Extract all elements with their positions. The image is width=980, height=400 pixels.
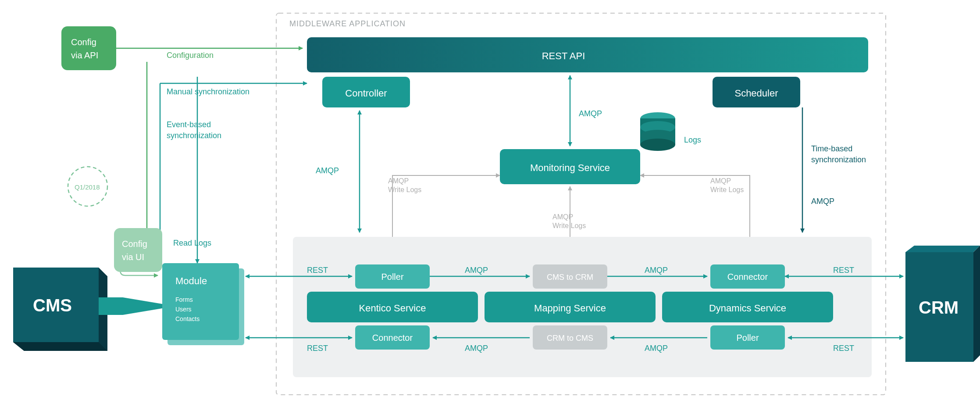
scheduler-text: Scheduler (734, 88, 778, 99)
svg-marker-18 (905, 246, 980, 252)
label-wl-d2: Write Logs (710, 186, 744, 193)
dynamics-connector-text: Connector (727, 272, 768, 282)
config-via-api-box: Config via API (61, 26, 116, 70)
module-l3: Contacts (175, 315, 200, 322)
svg-rect-0 (61, 26, 116, 70)
config-via-ui-box: Config via UI (114, 228, 162, 275)
cms-text: CMS (33, 296, 72, 315)
cms-to-crm-text: CMS to CRM (547, 273, 593, 282)
config-api-text2: via API (71, 50, 98, 60)
crm-to-cms-text: CRM to CMS (547, 334, 593, 343)
rest-api-bar (307, 37, 868, 72)
label-rest-cm: REST (307, 344, 328, 353)
label-amqp-pc2: AMQP (645, 344, 668, 353)
label-wl-d1: AMQP (710, 177, 731, 185)
label-amqp-cc2: AMQP (465, 344, 488, 353)
label-amqp-ctrl: AMQP (316, 166, 339, 175)
kentico-connector-text: Connector (372, 333, 413, 343)
label-wl-m2: Write Logs (552, 222, 586, 229)
controller-text: Controller (345, 88, 387, 99)
q1-2018-badge: Q1/2018 (68, 167, 107, 206)
module-l1: Forms (175, 296, 193, 303)
config-ui-text2: via UI (122, 252, 144, 262)
kentico-text: Kentico Service (359, 303, 426, 314)
label-wl-k1: AMQP (388, 177, 409, 185)
architecture-diagram: MIDDLEWARE APPLICATION Configuration Man… (0, 0, 980, 400)
logs-db-icon: Logs (640, 112, 701, 151)
label-event-sync2: synchronization (167, 131, 221, 140)
label-time-sync1: Time-based (811, 144, 852, 153)
svg-rect-8 (162, 263, 239, 340)
config-api-text1: Config (71, 37, 96, 47)
label-manual-sync: Manual synchronization (167, 87, 249, 96)
label-wl-k2: Write Logs (388, 186, 421, 193)
module-text: Module (175, 275, 207, 286)
svg-marker-6 (13, 342, 107, 351)
rest-api-text: REST API (542, 50, 585, 61)
middleware-header: MIDDLEWARE APPLICATION (289, 19, 406, 28)
label-rest-cp: REST (833, 344, 854, 353)
label-rest-mp: REST (307, 266, 328, 275)
badge-text: Q1/2018 (75, 183, 100, 191)
module-l2: Users (175, 306, 192, 313)
label-read-logs: Read Logs (173, 239, 211, 247)
label-event-sync1: Event-based (167, 120, 211, 129)
crm-text: CRM (919, 298, 959, 317)
svg-marker-19 (973, 246, 980, 362)
label-amqp-sched: AMQP (811, 197, 834, 206)
dynamics-poller-text: Poller (736, 333, 759, 343)
logs-text: Logs (684, 136, 701, 144)
label-wl-m1: AMQP (552, 213, 573, 221)
mapping-text: Mapping Service (534, 303, 606, 314)
kentico-poller-text: Poller (381, 272, 403, 282)
svg-rect-2 (114, 228, 162, 272)
label-time-sync2: synchronization (811, 155, 866, 164)
module-box: Module Forms Users Contacts (162, 263, 244, 345)
config-ui-text1: Config (122, 239, 147, 249)
cms-module-connector (99, 297, 162, 315)
label-rest-cc: REST (833, 266, 854, 275)
label-amqp-restmon: AMQP (579, 109, 602, 118)
monitoring-text: Monitoring Service (530, 162, 610, 173)
label-amqp-cc: AMQP (645, 266, 668, 275)
label-configuration: Configuration (167, 51, 214, 60)
crm-block: CRM (905, 246, 980, 362)
cms-block: CMS (13, 268, 107, 351)
label-amqp-pc: AMQP (465, 266, 488, 275)
dynamics-text: Dynamics Service (709, 303, 786, 314)
svg-point-13 (640, 139, 675, 151)
